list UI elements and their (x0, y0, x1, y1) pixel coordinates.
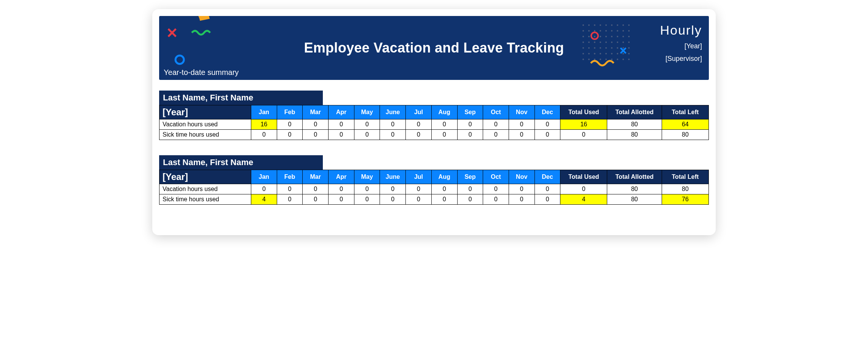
employee-name: Last Name, First Name (159, 155, 323, 170)
svg-line-68 (621, 48, 626, 53)
year-header: [Year] (160, 105, 251, 119)
month-cell: 0 (509, 130, 535, 140)
svg-point-30 (582, 41, 584, 43)
svg-point-15 (600, 30, 601, 32)
svg-point-62 (611, 59, 613, 60)
month-cell: 0 (354, 130, 380, 140)
svg-point-41 (594, 47, 595, 49)
svg-point-14 (594, 30, 595, 32)
month-cell: 0 (329, 194, 354, 205)
svg-point-29 (628, 36, 630, 37)
month-header: Feb (277, 105, 303, 119)
row-label: Sick time hours used (160, 130, 251, 140)
month-cell: 0 (535, 194, 560, 205)
month-cell: 0 (483, 119, 509, 130)
document-card: Employee Vacation and Leave Tracking Yea… (152, 9, 716, 235)
svg-point-10 (622, 24, 624, 26)
month-cell: 0 (277, 119, 303, 130)
svg-point-3 (582, 24, 584, 26)
month-cell: 0 (354, 184, 380, 194)
svg-point-19 (622, 30, 624, 32)
svg-point-51 (600, 53, 601, 54)
svg-point-24 (600, 36, 601, 37)
total-header: Total Left (662, 170, 708, 184)
month-cell: 0 (380, 130, 406, 140)
month-header: Mar (303, 170, 329, 184)
svg-point-54 (617, 53, 618, 54)
svg-line-1 (168, 29, 176, 37)
svg-point-17 (611, 30, 613, 32)
month-cell: 0 (303, 194, 329, 205)
svg-point-9 (617, 24, 618, 26)
svg-point-26 (611, 36, 613, 37)
month-header: Jan (251, 105, 277, 119)
svg-point-33 (600, 41, 601, 43)
row-label: Vacation hours used (160, 119, 251, 130)
month-header: May (354, 170, 380, 184)
total-used-cell: 16 (560, 119, 607, 130)
svg-point-25 (605, 36, 607, 37)
svg-point-44 (611, 47, 613, 49)
banner: Employee Vacation and Leave Tracking Yea… (159, 16, 709, 80)
svg-point-38 (628, 41, 630, 43)
decoration-right-icon (579, 21, 640, 75)
month-header: Mar (303, 105, 329, 119)
month-cell: 0 (457, 194, 483, 205)
month-cell: 0 (431, 119, 457, 130)
month-cell: 0 (431, 184, 457, 194)
total-left-cell: 80 (662, 130, 708, 140)
total-allotted-cell: 80 (607, 130, 662, 140)
month-cell: 0 (251, 130, 277, 140)
leave-table: [Year]JanFebMarAprMayJuneJulAugSepOctNov… (159, 105, 709, 140)
svg-point-50 (594, 53, 595, 54)
total-header: Total Used (560, 105, 607, 119)
svg-point-48 (582, 53, 584, 54)
month-header: Nov (509, 170, 535, 184)
svg-point-49 (588, 53, 590, 54)
month-cell: 0 (457, 119, 483, 130)
month-cell: 0 (535, 130, 560, 140)
month-header: Jul (406, 170, 432, 184)
svg-point-2 (176, 56, 184, 64)
month-cell: 0 (354, 119, 380, 130)
leave-table: [Year]JanFebMarAprMayJuneJulAugSepOctNov… (159, 170, 709, 205)
month-header: Sep (457, 170, 483, 184)
table-row: Sick time hours used00000000000008080 (160, 130, 709, 140)
month-header: Oct (483, 105, 509, 119)
month-cell: 0 (329, 119, 354, 130)
table-row: Vacation hours used00000000000008080 (160, 184, 709, 194)
svg-point-40 (588, 47, 590, 49)
svg-point-42 (600, 47, 601, 49)
svg-point-34 (605, 41, 607, 43)
page-title: Employee Vacation and Leave Tracking (304, 40, 564, 56)
row-label: Sick time hours used (160, 194, 251, 205)
month-cell: 0 (483, 194, 509, 205)
svg-point-53 (611, 53, 613, 54)
month-cell: 0 (406, 184, 432, 194)
total-left-cell: 76 (662, 194, 708, 205)
total-allotted-cell: 80 (607, 184, 662, 194)
svg-point-56 (628, 53, 630, 54)
total-header: Total Left (662, 105, 708, 119)
total-used-cell: 4 (560, 194, 607, 205)
month-cell: 0 (483, 130, 509, 140)
svg-point-61 (605, 59, 607, 60)
svg-point-18 (617, 30, 618, 32)
month-cell: 0 (431, 130, 457, 140)
total-allotted-cell: 80 (607, 119, 662, 130)
svg-point-32 (594, 41, 595, 43)
month-cell: 0 (535, 184, 560, 194)
month-cell: 0 (251, 184, 277, 194)
month-cell: 0 (431, 194, 457, 205)
svg-point-12 (582, 30, 584, 32)
svg-point-60 (600, 59, 601, 60)
month-header: Aug (431, 105, 457, 119)
svg-point-45 (617, 47, 618, 49)
month-cell: 0 (303, 130, 329, 140)
svg-point-36 (617, 41, 618, 43)
total-left-cell: 64 (662, 119, 708, 130)
svg-point-7 (605, 24, 607, 26)
month-header: May (354, 105, 380, 119)
svg-point-22 (588, 36, 590, 37)
month-cell: 0 (535, 119, 560, 130)
